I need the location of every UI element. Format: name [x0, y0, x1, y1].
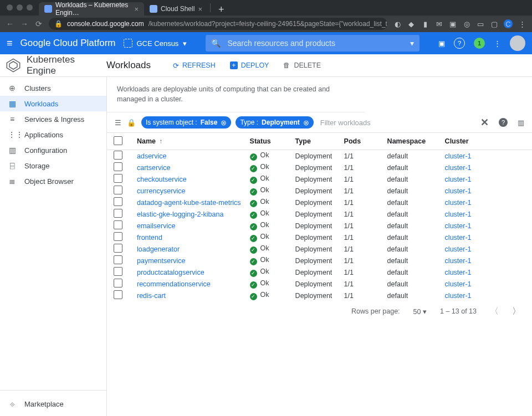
row-checkbox[interactable]: [114, 197, 122, 206]
workload-name-link[interactable]: currencyservice: [132, 185, 245, 197]
new-tab-button[interactable]: +: [213, 3, 230, 16]
extension-icon[interactable]: ▭: [476, 19, 485, 28]
row-checkbox[interactable]: [114, 151, 122, 160]
sidebar-item-marketplace[interactable]: ⟐ Marketplace: [0, 396, 106, 412]
workload-name-link[interactable]: elastic-gke-logging-2-kibana: [132, 208, 245, 220]
cluster-cell[interactable]: cluster-1: [441, 150, 532, 162]
sidebar-item-workloads[interactable]: ▦Workloads: [0, 96, 106, 111]
extension-icon[interactable]: ▢: [490, 19, 499, 28]
refresh-button[interactable]: ⟳ REFRESH: [173, 61, 216, 70]
cluster-cell[interactable]: cluster-1: [441, 197, 532, 208]
kebab-icon[interactable]: ⋮: [518, 19, 526, 28]
remove-chip-icon[interactable]: ⊗: [221, 119, 227, 127]
workload-name-link[interactable]: emailservice: [132, 220, 245, 232]
workload-name-link[interactable]: frontend: [132, 232, 245, 243]
cluster-cell[interactable]: cluster-1: [441, 185, 532, 197]
row-checkbox[interactable]: [114, 255, 122, 264]
workload-name-link[interactable]: loadgenerator: [132, 243, 245, 255]
kebab-icon[interactable]: ⋮: [494, 39, 501, 48]
delete-button[interactable]: 🗑 DELETE: [283, 61, 321, 69]
column-header-type[interactable]: Type: [291, 133, 340, 150]
cluster-cell[interactable]: cluster-1: [441, 255, 532, 266]
cluster-cell[interactable]: cluster-1: [441, 162, 532, 173]
column-header-name[interactable]: Name↑: [132, 133, 245, 150]
table-row[interactable]: emailservice✓OkDeployment1/1defaultclust…: [107, 220, 532, 232]
filter-chip[interactable]: Is system object : False⊗: [141, 116, 231, 129]
reload-icon[interactable]: ⟳: [34, 19, 43, 28]
remove-chip-icon[interactable]: ⊗: [303, 119, 309, 127]
back-icon[interactable]: ←: [6, 19, 14, 28]
column-header-namespace[interactable]: Namespace: [383, 133, 441, 150]
cluster-cell[interactable]: cluster-1: [441, 220, 532, 232]
search-dropdown-icon[interactable]: ▾: [410, 39, 414, 48]
cluster-cell[interactable]: cluster-1: [441, 243, 532, 255]
table-row[interactable]: frontend✓OkDeployment1/1defaultcluster-1: [107, 232, 532, 243]
workload-name-link[interactable]: redis-cart: [132, 290, 245, 301]
window-controls[interactable]: [7, 4, 33, 11]
search-input[interactable]: [226, 38, 405, 48]
sidebar-item-services-ingress[interactable]: ≡Services & Ingress: [0, 111, 106, 127]
clear-filters-icon[interactable]: ✕: [480, 116, 489, 129]
prev-page-icon[interactable]: 〈: [490, 306, 499, 317]
extension-icon[interactable]: ◆: [407, 19, 416, 28]
cluster-cell[interactable]: cluster-1: [441, 278, 532, 290]
browser-tab-active[interactable]: Workloads – Kubernetes Engin… ×: [39, 2, 144, 16]
column-header-cluster[interactable]: Cluster: [441, 133, 532, 150]
table-row[interactable]: cartservice✓OkDeployment1/1defaultcluste…: [107, 162, 532, 173]
cluster-cell[interactable]: cluster-1: [441, 208, 532, 220]
deploy-button[interactable]: + DEPLOY: [230, 61, 269, 69]
column-header-status[interactable]: Status: [245, 133, 291, 150]
address-bar[interactable]: 🔒 console.cloud.google.com/kubernetes/wo…: [49, 18, 387, 30]
extension-icon[interactable]: ▮: [421, 19, 429, 28]
project-picker[interactable]: GCE Census ▾: [124, 39, 187, 48]
rows-per-page-select[interactable]: 50 ▾: [413, 307, 427, 316]
table-row[interactable]: currencyservice✓OkDeployment1/1defaultcl…: [107, 185, 532, 197]
table-row[interactable]: loadgenerator✓OkDeployment1/1defaultclus…: [107, 243, 532, 255]
columns-icon[interactable]: ▥: [518, 119, 524, 127]
row-checkbox[interactable]: [114, 290, 122, 299]
row-checkbox[interactable]: [114, 186, 122, 194]
sidebar-item-object-browser[interactable]: ≣Object Browser: [0, 173, 106, 189]
global-search[interactable]: 🔍 ▾: [206, 35, 420, 52]
table-row[interactable]: productcatalogservice✓OkDeployment1/1def…: [107, 266, 532, 278]
table-row[interactable]: elastic-gke-logging-2-kibana✓OkDeploymen…: [107, 208, 532, 220]
sidebar-item-configuration[interactable]: ▥Configuration: [0, 142, 106, 158]
row-checkbox[interactable]: [114, 162, 122, 171]
sidebar-item-applications[interactable]: ⋮⋮Applications: [0, 127, 106, 142]
extension-icon[interactable]: ◎: [462, 19, 471, 28]
column-header-pods[interactable]: Pods: [340, 133, 383, 150]
table-row[interactable]: paymentservice✓OkDeployment1/1defaultclu…: [107, 255, 532, 266]
close-tab-icon[interactable]: ×: [134, 5, 139, 13]
workload-name-link[interactable]: adservice: [132, 150, 245, 162]
filter-chip[interactable]: Type : Deployment⊗: [236, 116, 313, 129]
cluster-cell[interactable]: cluster-1: [441, 173, 532, 185]
table-row[interactable]: checkoutservice✓OkDeployment1/1defaultcl…: [107, 173, 532, 185]
table-row[interactable]: recommendationservice✓OkDeployment1/1def…: [107, 278, 532, 290]
cluster-cell[interactable]: cluster-1: [441, 232, 532, 243]
row-checkbox[interactable]: [114, 267, 122, 276]
table-row[interactable]: redis-cart✓OkDeployment1/1defaultcluster…: [107, 290, 532, 301]
extension-icon[interactable]: ◐: [393, 19, 402, 28]
notifications-badge[interactable]: 1: [474, 38, 485, 49]
filter-icon[interactable]: ☰: [115, 119, 121, 127]
workload-name-link[interactable]: checkoutservice: [132, 173, 245, 185]
close-tab-icon[interactable]: ×: [198, 5, 202, 13]
workload-name-link[interactable]: datadog-agent-kube-state-metrics: [132, 197, 245, 208]
table-row[interactable]: datadog-agent-kube-state-metrics✓OkDeplo…: [107, 197, 532, 208]
extension-icon[interactable]: ✉: [434, 19, 443, 28]
cluster-cell[interactable]: cluster-1: [441, 266, 532, 278]
workload-name-link[interactable]: recommendationservice: [132, 278, 245, 290]
workload-name-link[interactable]: productcatalogservice: [132, 266, 245, 278]
row-checkbox[interactable]: [114, 232, 122, 241]
menu-icon[interactable]: ≡: [7, 38, 13, 49]
forward-icon[interactable]: →: [20, 19, 29, 28]
platform-title[interactable]: Google Cloud Platform: [21, 38, 116, 49]
help-icon[interactable]: ?: [454, 38, 465, 49]
sidebar-item-storage[interactable]: ⌸Storage: [0, 158, 106, 173]
row-checkbox[interactable]: [114, 209, 122, 218]
cluster-cell[interactable]: cluster-1: [441, 290, 532, 301]
sidebar-item-clusters[interactable]: ⊕Clusters: [0, 80, 106, 96]
select-all-checkbox[interactable]: [114, 136, 122, 145]
maximize-window-icon[interactable]: [27, 4, 33, 11]
minimize-window-icon[interactable]: [17, 4, 23, 11]
